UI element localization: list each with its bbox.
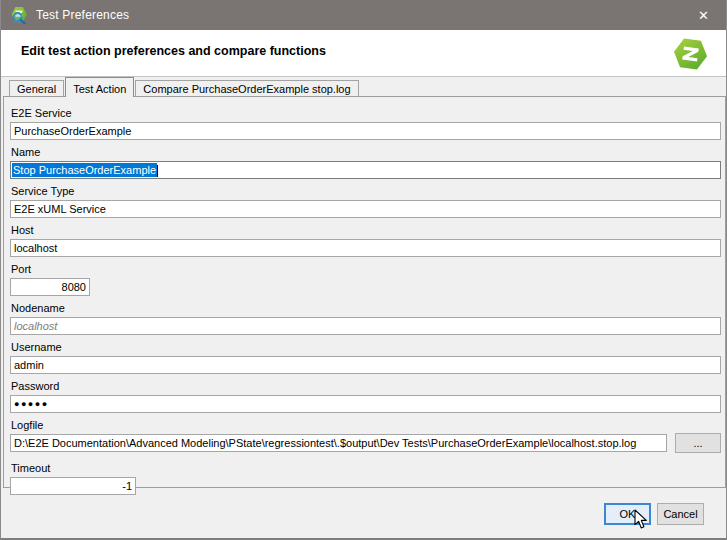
logfile-row: ... bbox=[10, 434, 725, 453]
field-row-e2e-service: E2E Service bbox=[10, 107, 725, 140]
field-row-service-type: Service Type bbox=[10, 185, 725, 218]
close-button[interactable]: ✕ bbox=[681, 0, 726, 30]
e2e-service-input[interactable] bbox=[10, 122, 721, 140]
service-type-label: Service Type bbox=[11, 185, 725, 197]
field-row-logfile: Logfile ... bbox=[10, 419, 725, 453]
field-row-password: Password bbox=[10, 380, 725, 413]
port-input[interactable] bbox=[10, 278, 90, 296]
cancel-button[interactable]: Cancel bbox=[657, 503, 704, 525]
nodename-label: Nodename bbox=[11, 302, 725, 314]
tab-general[interactable]: General bbox=[9, 80, 64, 96]
field-row-username: Username bbox=[10, 341, 725, 374]
browse-button[interactable]: ... bbox=[675, 433, 721, 453]
field-row-host: Host bbox=[10, 224, 725, 257]
close-icon: ✕ bbox=[698, 8, 709, 23]
name-input[interactable]: Stop PurchaseOrderExample bbox=[10, 161, 721, 179]
tab-general-label: General bbox=[17, 83, 56, 95]
field-row-name: Name Stop PurchaseOrderExample bbox=[10, 146, 725, 179]
tab-compare-log[interactable]: Compare PurchaseOrderExample stop.log bbox=[135, 80, 358, 96]
tab-test-action-label: Test Action bbox=[73, 83, 126, 95]
test-preferences-dialog: Test Preferences ✕ Edit test action pref… bbox=[0, 0, 727, 540]
host-label: Host bbox=[11, 224, 725, 236]
name-label: Name bbox=[11, 146, 725, 158]
field-row-port: Port bbox=[10, 263, 725, 296]
e2e-logo-icon bbox=[672, 37, 709, 71]
test-action-form: E2E Service Name Stop PurchaseOrderExamp… bbox=[4, 97, 725, 495]
field-row-timeout: Timeout bbox=[10, 462, 725, 495]
logfile-input[interactable] bbox=[10, 434, 667, 452]
field-row-nodename: Nodename bbox=[10, 302, 725, 335]
username-label: Username bbox=[11, 341, 725, 353]
nodename-input[interactable] bbox=[10, 317, 721, 335]
password-input[interactable] bbox=[10, 395, 721, 413]
dialog-header: Edit test action preferences and compare… bbox=[1, 30, 726, 77]
tab-test-action[interactable]: Test Action bbox=[65, 77, 134, 97]
app-icon bbox=[10, 6, 28, 24]
timeout-input[interactable] bbox=[10, 477, 136, 495]
name-selected-text: Stop PurchaseOrderExample bbox=[12, 163, 157, 177]
port-label: Port bbox=[11, 263, 725, 275]
text-caret bbox=[157, 165, 158, 177]
ok-button[interactable]: OK bbox=[604, 503, 651, 525]
test-action-panel: E2E Service Name Stop PurchaseOrderExamp… bbox=[3, 96, 726, 488]
username-input[interactable] bbox=[10, 356, 721, 374]
dialog-description: Edit test action preferences and compare… bbox=[21, 44, 326, 58]
timeout-label: Timeout bbox=[11, 462, 725, 474]
window-title: Test Preferences bbox=[36, 8, 129, 22]
logfile-label: Logfile bbox=[11, 419, 725, 431]
host-input[interactable] bbox=[10, 239, 721, 257]
tab-compare-log-label: Compare PurchaseOrderExample stop.log bbox=[143, 83, 350, 95]
service-type-input[interactable] bbox=[10, 200, 721, 218]
tab-bar: General Test Action Compare PurchaseOrde… bbox=[9, 77, 359, 97]
password-label: Password bbox=[11, 380, 725, 392]
e2e-service-label: E2E Service bbox=[11, 107, 725, 119]
button-bar: OK Cancel bbox=[1, 488, 726, 538]
titlebar[interactable]: Test Preferences ✕ bbox=[1, 0, 726, 30]
